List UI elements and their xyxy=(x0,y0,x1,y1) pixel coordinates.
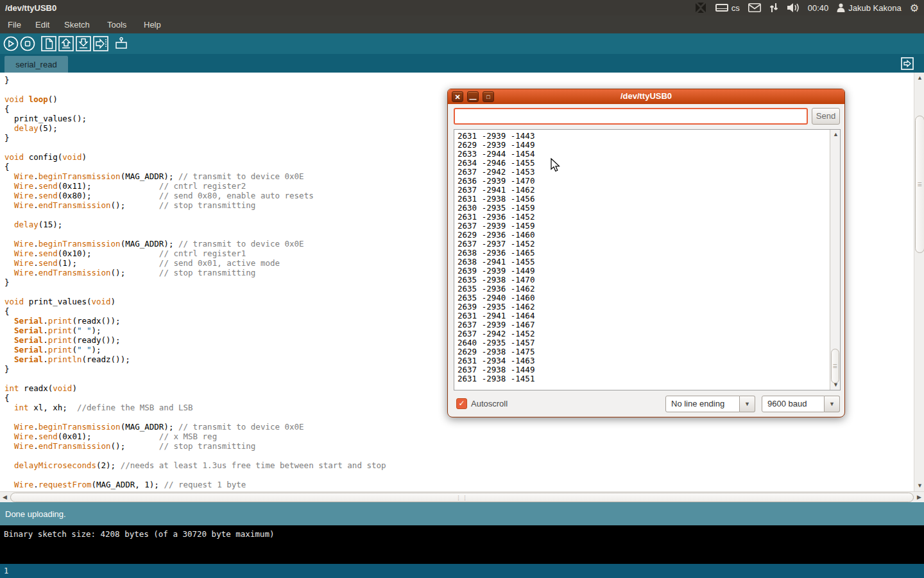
scroll-up-icon[interactable]: ▲ xyxy=(833,132,839,137)
serial-output-text: 2631 -2939 -1443 2629 -2939 -1449 2633 -… xyxy=(454,130,840,383)
line-ending-dropdown-icon[interactable]: ▼ xyxy=(740,396,755,412)
keyboard-layout-label: cs xyxy=(732,3,740,13)
line-number-strip: 1 xyxy=(0,564,924,578)
verify-button[interactable] xyxy=(3,36,19,51)
line-indicator: 1 xyxy=(4,566,8,575)
serial-monitor-title: /dev/ttyUSB0 xyxy=(448,91,844,101)
menu-help[interactable]: Help xyxy=(140,18,165,31)
scroll-left-icon[interactable]: ◀ xyxy=(3,495,7,500)
serial-monitor-titlebar[interactable]: ✕ ― □ /dev/ttyUSB0 xyxy=(448,89,844,104)
session-gear-icon[interactable]: ⚙ xyxy=(910,2,919,14)
user-menu[interactable]: Jakub Kakona xyxy=(837,3,901,13)
menu-file[interactable]: File xyxy=(4,18,25,31)
editor-hscroll-thumb[interactable]: ⋮⋮ xyxy=(10,493,914,502)
scroll-down-icon[interactable]: ▼ xyxy=(917,483,923,489)
tabbar: serial_read xyxy=(0,54,924,73)
tab-serial-read[interactable]: serial_read xyxy=(4,56,68,73)
serial-monitor-window: ✕ ― □ /dev/ttyUSB0 Send 2631 -2939 -1443… xyxy=(447,89,845,417)
username-label: Jakub Kakona xyxy=(848,3,901,13)
console-output: Binary sketch size: 4208 bytes (of a 307… xyxy=(0,525,924,564)
serial-vscroll-thumb[interactable]: ☰ xyxy=(831,349,839,383)
autoscroll-checkbox[interactable]: ✓ xyxy=(456,398,467,409)
baud-rate-select[interactable]: 9600 baud xyxy=(762,396,825,412)
serial-send-input[interactable] xyxy=(454,108,808,125)
serial-monitor-bottom-bar: ✓ Autoscroll No line ending ▼ 9600 baud … xyxy=(448,390,846,417)
network-transfer-icon[interactable] xyxy=(769,3,778,13)
status-message: Done uploading. xyxy=(5,509,66,519)
menu-edit[interactable]: Edit xyxy=(31,18,53,31)
menu-tools[interactable]: Tools xyxy=(103,18,130,31)
open-button[interactable] xyxy=(58,36,74,51)
volume-icon[interactable] xyxy=(787,3,800,13)
system-tray: cs 00:40 Jakub Kakona ⚙ xyxy=(695,2,919,14)
editor-vscroll-thumb[interactable]: ☰ xyxy=(915,116,924,253)
tab-label: serial_read xyxy=(15,60,56,69)
menubar: File Edit Sketch Tools Help xyxy=(0,15,924,33)
scroll-up-icon[interactable]: ▲ xyxy=(917,75,923,81)
editor-hscrollbar[interactable]: ◀ ⋮⋮ ▶ xyxy=(0,491,924,503)
scroll-right-icon[interactable]: ▶ xyxy=(917,495,921,500)
mail-icon[interactable] xyxy=(748,3,761,12)
autoscroll-label: Autoscroll xyxy=(471,399,508,408)
send-button[interactable]: Send xyxy=(812,108,840,125)
keyboard-layout-indicator[interactable]: cs xyxy=(715,3,740,13)
serial-vscrollbar[interactable]: ▲ ☰ ▼ xyxy=(830,130,840,390)
clock-label[interactable]: 00:40 xyxy=(808,3,829,13)
panel-window-title: /dev/ttyUSB0 xyxy=(5,3,56,13)
mouse-cursor xyxy=(551,158,561,172)
tab-menu-icon[interactable] xyxy=(901,57,914,70)
save-button[interactable] xyxy=(76,36,91,51)
menu-sketch[interactable]: Sketch xyxy=(60,18,94,31)
baud-dropdown-icon[interactable]: ▼ xyxy=(825,396,840,412)
top-panel: /dev/ttyUSB0 cs 00:40 Jakub Kakona ⚙ xyxy=(0,0,924,15)
line-ending-select[interactable]: No line ending xyxy=(665,396,740,412)
new-sketch-button[interactable] xyxy=(41,36,56,51)
serial-output-area[interactable]: 2631 -2939 -1443 2629 -2939 -1449 2633 -… xyxy=(454,129,841,390)
serial-monitor-button[interactable] xyxy=(114,36,129,51)
indicator-x-icon[interactable] xyxy=(695,3,706,13)
stop-button[interactable] xyxy=(20,36,35,51)
console-text: Binary sketch size: 4208 bytes (of a 307… xyxy=(4,529,274,539)
status-message-bar: Done uploading. xyxy=(0,502,924,525)
upload-button[interactable] xyxy=(93,36,108,51)
editor-vscrollbar[interactable]: ▲ ☰ ▼ xyxy=(914,73,924,491)
scroll-down-icon[interactable]: ▼ xyxy=(833,382,839,388)
ide-toolbar xyxy=(0,33,924,54)
